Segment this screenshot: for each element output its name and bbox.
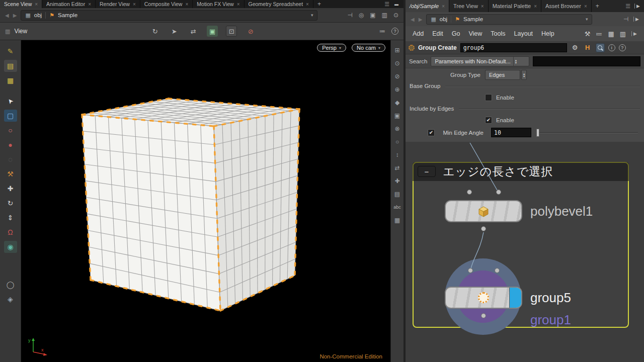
layout-panel2-icon[interactable]: ▥ — [382, 12, 387, 19]
back-icon[interactable]: ◀ — [5, 13, 9, 18]
help-icon[interactable]: ? — [391, 28, 398, 35]
forward-icon[interactable]: ▶ — [13, 13, 17, 18]
chevron-down-icon[interactable]: ▾ — [586, 17, 588, 22]
tool-edit-icon[interactable]: ✎ — [4, 45, 17, 57]
output-connector[interactable] — [481, 226, 486, 231]
menu-edit[interactable]: Edit — [432, 30, 443, 37]
search-input[interactable] — [533, 56, 640, 66]
pane-expand-icon[interactable]: ▶ — [634, 4, 640, 9]
swap-arrows-icon[interactable]: ⇄ — [394, 165, 399, 171]
multiply-icon[interactable]: ⊗ — [394, 126, 399, 132]
tool-visibility-icon[interactable]: ◈ — [4, 293, 17, 305]
view-menu-icon[interactable]: ▥ — [5, 28, 10, 35]
input-connector[interactable] — [468, 268, 473, 273]
plus-tool-icon[interactable]: ✚ — [394, 178, 399, 184]
spinner-icon[interactable]: ▴ ▾ — [521, 70, 527, 80]
link-icon[interactable]: ⊙ — [393, 12, 398, 19]
tool-rotate-icon[interactable]: ↻ — [4, 197, 17, 209]
close-icon[interactable]: × — [442, 4, 445, 9]
chevron-down-icon[interactable]: ▾ — [311, 13, 313, 18]
tab-geometry-spreadsheet[interactable]: Geometry Spreadsheet × — [245, 0, 313, 8]
wrench-icon[interactable]: ⚒ — [585, 30, 591, 38]
rows-icon[interactable]: ▤ — [394, 191, 400, 197]
layout-grid-icon[interactable]: ▦ — [608, 30, 614, 38]
tab-material-palette[interactable]: Material Palette × — [489, 0, 541, 12]
tool-paint-icon[interactable]: ▤ — [4, 60, 17, 72]
network-path-field[interactable]: ▦ obj ⚑ Sample ▾ — [426, 14, 592, 25]
search-filter-dropdown[interactable]: Parameters with Non-Default... ▴ ▾ — [431, 56, 529, 66]
diamond-icon[interactable]: ◆ — [395, 100, 399, 106]
menu-add[interactable]: Add — [413, 30, 424, 37]
tool-lasso-icon[interactable]: ○ — [4, 124, 17, 136]
group-type-dropdown[interactable]: Edges — [485, 70, 520, 80]
node-polybevel1[interactable] — [445, 200, 522, 222]
display-options-icon[interactable]: ≔ — [379, 28, 385, 35]
input-connector[interactable] — [495, 268, 500, 273]
pane-expand-icon[interactable]: ▶ — [633, 17, 639, 22]
pane-expand-icon[interactable]: ▶ — [631, 31, 637, 36]
close-icon[interactable]: × — [185, 2, 188, 7]
vertical-arrows-icon[interactable]: ↕ — [396, 152, 399, 158]
houdini-logo-icon[interactable]: H — [583, 43, 592, 52]
tool-brush-icon[interactable]: ● — [4, 139, 17, 151]
layout-panel-icon[interactable]: ▣ — [370, 12, 375, 19]
menu-help[interactable]: Help — [541, 30, 554, 37]
beveled-cube-mesh[interactable] — [21, 40, 390, 362]
zoom-box-icon[interactable]: ⊡ — [226, 26, 237, 37]
handles-icon[interactable]: ⇄ — [188, 26, 199, 37]
slider-handle[interactable] — [536, 129, 539, 137]
info-icon[interactable]: i — [608, 44, 615, 51]
forward-icon[interactable]: ▶ — [419, 17, 423, 22]
min-edge-angle-slider[interactable] — [536, 128, 639, 137]
orbit-icon[interactable]: ↻ — [149, 26, 160, 37]
close-icon[interactable]: × — [306, 2, 309, 7]
close-icon[interactable]: × — [481, 4, 484, 9]
close-icon[interactable]: × — [88, 2, 91, 7]
menu-go[interactable]: Go — [452, 30, 460, 37]
path-node[interactable]: Sample — [58, 12, 77, 18]
sticky-note-icon[interactable]: ▦ — [394, 217, 400, 223]
include-enable-checkbox[interactable]: ✔ — [485, 117, 492, 124]
new-tab-button[interactable]: + — [592, 0, 603, 12]
tab-scene-view[interactable]: Scene View × — [0, 0, 42, 8]
spinner-icon[interactable]: ▴ ▾ — [513, 57, 518, 66]
point-icon[interactable]: ○ — [395, 139, 399, 145]
select-mode-icon[interactable]: ➤ — [169, 26, 180, 37]
close-icon[interactable]: × — [584, 4, 587, 9]
help-icon[interactable]: ? — [619, 44, 626, 51]
menu-tools[interactable]: Tools — [491, 30, 505, 37]
node-label-group1[interactable]: group1 — [530, 311, 571, 329]
tool-sculpt-icon[interactable]: ▦ — [4, 74, 17, 86]
panel-icon[interactable]: ▣ — [394, 113, 400, 119]
path-root[interactable]: obj — [34, 12, 42, 18]
tool-ruler-icon[interactable]: ◯ — [4, 279, 17, 291]
close-icon[interactable]: × — [534, 4, 537, 9]
node-group5[interactable] — [445, 287, 522, 309]
snap-toggle-icon[interactable]: ▣ — [207, 26, 218, 37]
enable-checkbox[interactable] — [485, 94, 492, 101]
path-root[interactable]: obj — [440, 16, 447, 22]
pin-pane-icon[interactable]: ⊣ — [623, 16, 628, 23]
tab-render-view[interactable]: Render View × — [96, 0, 140, 8]
pane-menu-icon[interactable]: ☰ — [625, 3, 630, 10]
new-tab-button[interactable]: + — [313, 0, 325, 8]
tool-magnet-icon[interactable]: Ω — [4, 226, 17, 238]
no-selection-icon[interactable]: ⊘ — [245, 26, 256, 37]
view-menu-label[interactable]: View — [14, 28, 27, 35]
pin-pane-icon[interactable]: ⊣ — [347, 12, 352, 19]
tool-mask-icon[interactable]: ◌ — [4, 153, 17, 165]
back-icon[interactable]: ◀ — [411, 17, 415, 22]
input-connector[interactable] — [496, 190, 501, 195]
add-icon[interactable]: ⊕ — [394, 86, 399, 93]
tab-animation-editor[interactable]: Animation Editor × — [42, 0, 96, 8]
tool-select-box-icon[interactable]: ▢ — [4, 110, 17, 122]
pane-menu-icon[interactable]: ☰ — [384, 1, 389, 8]
close-icon[interactable]: × — [35, 2, 38, 7]
tool-select-arrow-icon[interactable]: ➤ — [4, 95, 17, 107]
snap-off-icon[interactable]: ⊘ — [394, 73, 399, 79]
tab-motion-fx-view[interactable]: Motion FX View × — [193, 0, 244, 8]
node-label-group5[interactable]: group5 — [530, 287, 571, 309]
layout-grid2-icon[interactable]: ▥ — [620, 30, 626, 38]
network-editor[interactable]: − エッジの長さで選択 polybevel1 group5 group1 — [406, 142, 644, 362]
node-name-input[interactable] — [460, 43, 567, 52]
